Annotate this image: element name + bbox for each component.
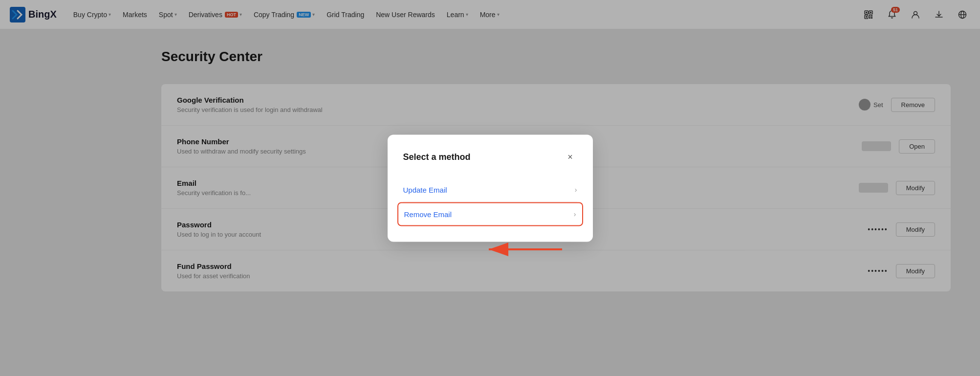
remove-email-option[interactable]: Remove Email › bbox=[397, 202, 583, 226]
modal-header: Select a method × bbox=[403, 150, 577, 164]
update-email-option[interactable]: Update Email › bbox=[403, 177, 577, 202]
modal-title: Select a method bbox=[403, 152, 471, 162]
chevron-right-icon: › bbox=[575, 186, 577, 194]
update-email-label: Update Email bbox=[403, 185, 447, 194]
remove-email-label: Remove Email bbox=[404, 210, 452, 218]
select-method-modal: Select a method × Update Email › Remove … bbox=[388, 134, 593, 242]
modal-close-button[interactable]: × bbox=[564, 150, 577, 164]
chevron-right-icon: › bbox=[574, 210, 576, 218]
